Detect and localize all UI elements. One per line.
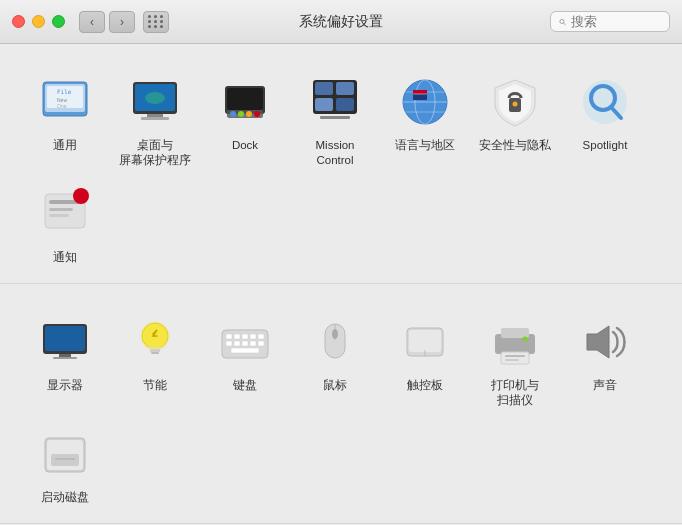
icon-grid-hardware: 显示器 节能	[20, 304, 662, 513]
svg-point-16	[230, 111, 236, 117]
pref-printers[interactable]: 打印机与扫描仪	[470, 304, 560, 416]
icon-grid-personal: File New One 通用	[20, 64, 662, 273]
icon-language	[395, 72, 455, 132]
section-hardware: 显示器 节能	[0, 284, 682, 524]
icon-desktop	[125, 72, 185, 132]
label-desktop: 桌面与屏幕保护程序	[119, 138, 191, 168]
pref-notifications[interactable]: 通知	[20, 176, 110, 273]
icon-startup	[35, 424, 95, 484]
traffic-lights	[12, 15, 65, 28]
svg-rect-21	[315, 82, 333, 95]
pref-sound[interactable]: 声音	[560, 304, 650, 416]
pref-displays[interactable]: 显示器	[20, 304, 110, 416]
svg-rect-25	[320, 116, 350, 119]
grid-dots-icon	[148, 15, 164, 28]
svg-rect-58	[226, 341, 232, 346]
svg-point-75	[523, 336, 528, 341]
svg-rect-23	[315, 98, 333, 111]
icon-mission	[305, 72, 365, 132]
pref-mouse[interactable]: 鼠标	[290, 304, 380, 416]
svg-rect-45	[45, 326, 85, 351]
label-spotlight: Spotlight	[583, 138, 628, 153]
pref-security[interactable]: 安全性与隐私	[470, 64, 560, 176]
label-sound: 声音	[593, 378, 617, 393]
pref-dock[interactable]: Dock	[200, 64, 290, 176]
svg-rect-24	[336, 98, 354, 111]
svg-point-10	[145, 92, 165, 104]
svg-rect-22	[336, 82, 354, 95]
svg-text:One: One	[57, 103, 67, 109]
label-printers: 打印机与扫描仪	[491, 378, 539, 408]
svg-rect-32	[413, 90, 427, 94]
svg-rect-46	[59, 354, 71, 357]
pref-startup[interactable]: 启动磁盘	[20, 416, 110, 513]
svg-text:File: File	[57, 88, 72, 95]
label-dock: Dock	[232, 138, 258, 153]
titlebar: ‹ › 系统偏好设置	[0, 0, 682, 44]
icon-spotlight	[575, 72, 635, 132]
svg-point-43	[73, 188, 89, 204]
icon-general: File New One	[35, 72, 95, 132]
svg-rect-72	[501, 352, 529, 364]
svg-point-35	[513, 102, 518, 107]
pref-keyboard[interactable]: 键盘	[200, 304, 290, 416]
svg-rect-73	[505, 355, 525, 357]
pref-energy[interactable]: 节能	[110, 304, 200, 416]
back-button[interactable]: ‹	[79, 11, 105, 33]
svg-rect-54	[234, 334, 240, 339]
grid-view-button[interactable]	[143, 11, 169, 33]
label-energy: 节能	[143, 378, 167, 393]
icon-energy	[125, 312, 185, 372]
svg-point-18	[246, 111, 252, 117]
pref-language[interactable]: 语言与地区	[380, 64, 470, 176]
nav-buttons: ‹ ›	[79, 11, 135, 33]
svg-point-66	[332, 329, 338, 339]
svg-rect-12	[141, 117, 169, 120]
pref-mission[interactable]: MissionControl	[290, 64, 380, 176]
search-input[interactable]	[571, 14, 661, 29]
section-personal: File New One 通用	[0, 44, 682, 284]
svg-rect-61	[250, 341, 256, 346]
svg-rect-53	[226, 334, 232, 339]
close-button[interactable]	[12, 15, 25, 28]
svg-rect-63	[231, 348, 259, 353]
pref-desktop[interactable]: 桌面与屏幕保护程序	[110, 64, 200, 176]
maximize-button[interactable]	[52, 15, 65, 28]
label-mission: MissionControl	[316, 138, 355, 168]
svg-rect-57	[258, 334, 264, 339]
svg-rect-11	[147, 114, 163, 117]
label-general: 通用	[53, 138, 77, 153]
pref-general[interactable]: File New One 通用	[20, 64, 110, 176]
svg-rect-50	[151, 352, 159, 354]
window-title: 系统偏好设置	[299, 13, 383, 31]
icon-keyboard	[215, 312, 275, 372]
icon-security	[485, 72, 545, 132]
svg-rect-74	[505, 359, 519, 361]
svg-point-0	[560, 19, 564, 23]
icon-displays	[35, 312, 95, 372]
icon-sound	[575, 312, 635, 372]
svg-rect-79	[55, 458, 75, 460]
pref-trackpad[interactable]: 触控板	[380, 304, 470, 416]
svg-rect-62	[258, 341, 264, 346]
svg-rect-14	[227, 88, 263, 110]
search-box[interactable]	[550, 11, 670, 32]
svg-rect-47	[53, 357, 77, 359]
icon-notifications	[35, 184, 95, 244]
label-mouse: 鼠标	[323, 378, 347, 393]
svg-point-19	[254, 111, 260, 117]
icon-dock	[215, 72, 275, 132]
forward-button[interactable]: ›	[109, 11, 135, 33]
pref-spotlight[interactable]: Spotlight	[560, 64, 650, 176]
svg-rect-55	[242, 334, 248, 339]
label-keyboard: 键盘	[233, 378, 257, 393]
icon-printers	[485, 312, 545, 372]
icon-trackpad	[395, 312, 455, 372]
svg-rect-56	[250, 334, 256, 339]
svg-point-17	[238, 111, 244, 117]
svg-rect-60	[242, 341, 248, 346]
minimize-button[interactable]	[32, 15, 45, 28]
label-startup: 启动磁盘	[41, 490, 89, 505]
label-displays: 显示器	[47, 378, 83, 393]
label-security: 安全性与隐私	[479, 138, 551, 153]
